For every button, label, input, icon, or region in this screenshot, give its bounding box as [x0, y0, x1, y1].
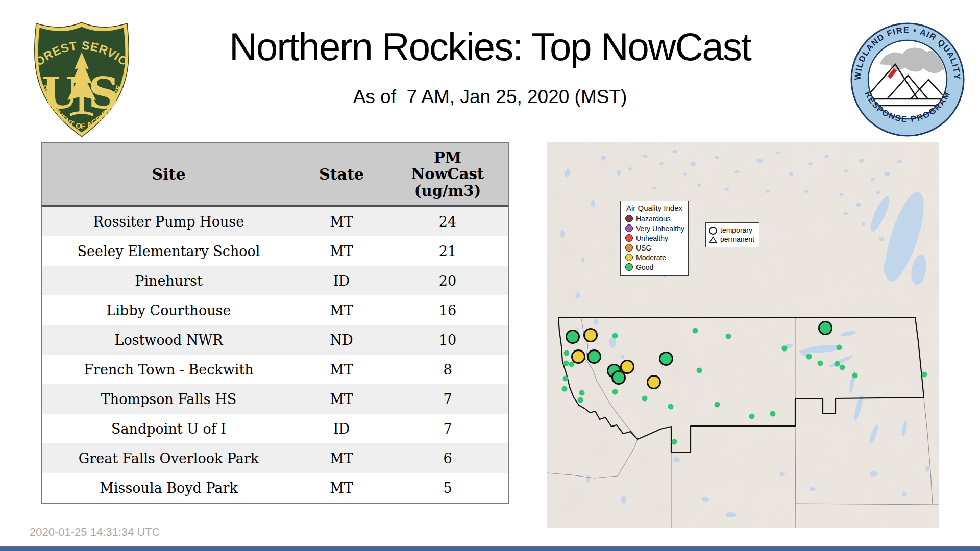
- value-cell: 8: [387, 362, 508, 378]
- lake: [808, 162, 813, 165]
- lake: [594, 319, 598, 325]
- permanent-monitor-dot: [612, 333, 618, 339]
- aqi-legend: Air Quality Index HazardousVery Unhealth…: [620, 201, 689, 276]
- permanent-monitor-dot: [642, 396, 648, 402]
- state-cell: ND: [296, 332, 387, 348]
- aqi-color-dot: [625, 254, 633, 261]
- aqi-color-dot: [625, 234, 633, 242]
- lake: [628, 167, 632, 170]
- table-row: Libby CourthouseMT16: [42, 295, 508, 325]
- table-row: Lostwood NWRND10: [42, 325, 508, 355]
- lake: [653, 187, 656, 190]
- value-cell: 5: [387, 480, 508, 496]
- lake: [560, 230, 565, 238]
- lake: [724, 188, 729, 191]
- value-cell: 7: [387, 391, 508, 407]
- table-row: Rossiter Pump HouseMT24: [42, 207, 508, 236]
- site-cell: Missoula Boyd Park: [42, 480, 296, 496]
- lake: [862, 222, 866, 226]
- value-cell: 7: [387, 421, 508, 437]
- temporary-monitor-circle: [621, 361, 634, 373]
- temporary-monitor-circle: [567, 331, 579, 343]
- temporary-monitor-circle: [648, 376, 660, 389]
- permanent-monitor-dot: [837, 345, 842, 350]
- value-cell: 6: [387, 450, 508, 466]
- permanent-monitor-dot: [726, 334, 731, 339]
- lake: [726, 512, 736, 517]
- state-cell: MT: [296, 480, 387, 496]
- permanent-monitor-dot: [818, 361, 823, 366]
- table-row: Sandpoint U of IID7: [42, 414, 508, 443]
- lake: [824, 155, 829, 158]
- lake: [843, 212, 848, 215]
- lake: [876, 191, 880, 194]
- permanent-monitor-dot: [922, 372, 927, 378]
- lake: [756, 159, 763, 163]
- permanent-label: permanent: [720, 235, 754, 244]
- lake: [859, 159, 864, 163]
- table-row: Thompson Falls HSMT7: [42, 384, 508, 414]
- lake: [586, 475, 590, 483]
- table-row: Great Falls Overlook ParkMT6: [42, 443, 508, 473]
- air-quality-map: Air Quality Index HazardousVery Unhealth…: [547, 142, 939, 528]
- lake: [621, 495, 626, 504]
- col-header-pm-nowcast: PM NowCast (ug/m3): [387, 149, 508, 199]
- lake: [715, 156, 719, 159]
- aqi-color-dot: [625, 224, 633, 232]
- site-cell: Rossiter Pump House: [42, 214, 296, 230]
- lake: [779, 472, 785, 476]
- page-subtitle: As of 7 AM, Jan 25, 2020 (MST): [138, 86, 842, 108]
- site-cell: Seeley Elementary School: [42, 243, 296, 259]
- lake: [701, 497, 709, 502]
- aqi-color-dot: [625, 244, 633, 252]
- permanent-monitor-dot: [562, 386, 568, 392]
- state-cell: MT: [296, 214, 387, 230]
- permanent-monitor-dot: [579, 390, 585, 396]
- wfaqrp-badge-icon: WILDLAND FIRE • AIR QUALITY RESPONSE PRO…: [849, 21, 966, 138]
- permanent-monitor-dot: [840, 365, 845, 370]
- permanent-monitor-dot: [835, 361, 840, 367]
- footer-bar: [0, 547, 980, 551]
- state-cell: ID: [296, 421, 387, 437]
- page-title: Northern Rockies: Top NowCast: [138, 24, 842, 69]
- lake: [581, 257, 584, 263]
- map-canvas: [547, 142, 939, 528]
- permanent-monitor-dot: [668, 404, 674, 410]
- permanent-monitor-dot: [612, 389, 618, 395]
- lake: [844, 169, 848, 172]
- lake: [576, 292, 580, 298]
- lake: [884, 172, 890, 176]
- forest-service-logo: FOREST SERVICE DEPARTMENT OF AGRICULTURE…: [31, 20, 133, 139]
- lake: [839, 193, 843, 196]
- site-cell: Lostwood NWR: [42, 332, 296, 348]
- site-cell: French Town - Beckwith: [42, 362, 296, 378]
- lake: [871, 178, 875, 181]
- temporary-label: temporary: [720, 226, 752, 235]
- lake: [870, 471, 878, 477]
- forest-service-shield-icon: FOREST SERVICE DEPARTMENT OF AGRICULTURE…: [31, 20, 133, 139]
- temporary-monitor-circle: [572, 350, 585, 363]
- temporary-monitor-circle: [588, 350, 601, 363]
- permanent-monitor-dot: [564, 361, 569, 366]
- lake: [601, 156, 606, 160]
- site-cell: Great Falls Overlook Park: [42, 450, 296, 466]
- aqi-legend-item: Moderate: [621, 253, 688, 262]
- col-header-site: Site: [42, 165, 296, 183]
- lake: [643, 155, 648, 158]
- site-cell: Sandpoint U of I: [42, 421, 296, 437]
- site-cell: Libby Courthouse: [42, 303, 296, 318]
- lake: [902, 492, 907, 496]
- temporary-monitor-circle: [819, 322, 832, 335]
- aqi-legend-item: Very Unhealthy: [621, 223, 688, 233]
- permanent-monitor-dot: [749, 414, 755, 419]
- lake: [683, 172, 687, 176]
- value-cell: 24: [387, 214, 508, 230]
- state-cell: MT: [296, 243, 387, 259]
- svg-text:S: S: [88, 68, 119, 118]
- value-cell: 21: [387, 243, 508, 259]
- site-cell: Thompson Falls HS: [42, 391, 296, 407]
- lake: [697, 184, 701, 187]
- nowcast-table: Site State PM NowCast (ug/m3) Rossiter P…: [41, 142, 509, 504]
- permanent-monitor-dot: [697, 368, 702, 373]
- permanent-monitor-dot: [564, 350, 570, 356]
